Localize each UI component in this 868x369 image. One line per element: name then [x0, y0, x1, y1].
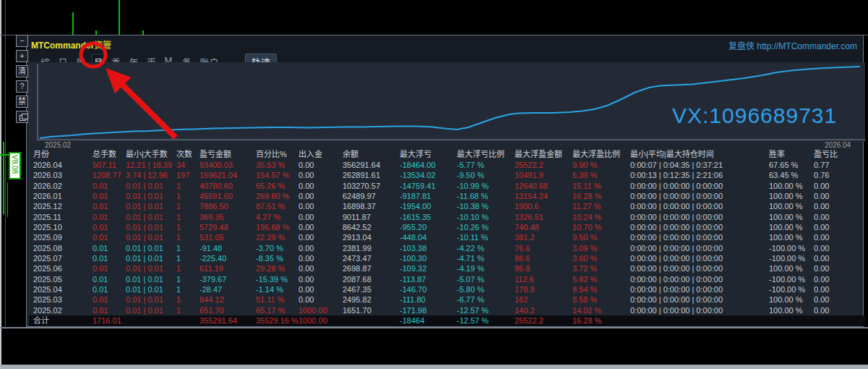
- column-header: 胜率: [765, 149, 809, 160]
- cell: 5729.48: [195, 222, 252, 232]
- forbid-icon[interactable]: 禁: [16, 96, 28, 108]
- cell: 100.00 %: [765, 201, 809, 211]
- cell: -13534.02: [395, 170, 452, 180]
- cell: -1615.35: [395, 212, 452, 222]
- table-row[interactable]: 2025.110.010.01 | 0.011369.354.27 %0.009…: [29, 212, 865, 222]
- equity-curve-chart: [29, 62, 865, 142]
- cell: 100.00 %: [765, 181, 809, 191]
- table-row[interactable]: 2025.020.010.01 | 0.011651.7065.17 %1000…: [29, 305, 865, 315]
- cell: 0.01: [88, 191, 121, 201]
- cell: 0.01: [88, 305, 121, 315]
- cell: 0.00: [809, 253, 865, 263]
- cell: 0:00:00 | 0:00:00 | 0:00:00: [626, 212, 765, 222]
- cell: 112.6: [510, 274, 568, 284]
- table-row[interactable]: 2025.090.010.01 | 0.011531.0522.29 %0.00…: [29, 232, 865, 242]
- cell: 100.00 %: [765, 191, 809, 201]
- cell: 2026.02: [29, 181, 88, 191]
- cell: 1651.70: [338, 305, 395, 315]
- cell: [338, 315, 395, 326]
- minimize-icon[interactable]: −: [16, 35, 28, 47]
- column-header: 最大浮盈金额: [510, 149, 568, 160]
- cell: 87.51 %: [252, 201, 294, 211]
- table-row[interactable]: 2026.020.010.01 | 0.01140780.6065.26 %0.…: [29, 181, 865, 191]
- cell: 0.01: [88, 274, 121, 284]
- cell: 0.01 | 0.01: [121, 232, 172, 242]
- cell: 0:00:00 | 0:00:00 | 0:00:00: [626, 232, 765, 242]
- cell: 2467.35: [338, 284, 395, 294]
- cell: 178.8: [510, 284, 568, 294]
- cell: 507.11: [88, 160, 121, 170]
- cell: 100.00 %: [765, 305, 809, 315]
- cell: -28.47: [195, 284, 252, 294]
- cell: 0.00: [294, 253, 338, 263]
- cell: 1716.01: [88, 315, 121, 326]
- cell: 1326.51: [510, 212, 568, 222]
- cell: 63.45 %: [765, 170, 809, 180]
- table-row[interactable]: 2025.060.010.01 | 0.011611.1929.28 %0.00…: [29, 263, 865, 273]
- table-row[interactable]: 2025.030.010.01 | 0.011844.1251.11 %0.00…: [29, 294, 865, 305]
- cell: 0.00: [294, 181, 338, 191]
- cell: -4.71 %: [452, 253, 510, 263]
- table-row[interactable]: 2025.050.010.01 | 0.011-379.67-15.39 %0.…: [29, 274, 865, 284]
- cell: 262891.61: [338, 170, 395, 180]
- move-icon[interactable]: +: [16, 50, 28, 62]
- restore-icon[interactable]: [16, 111, 28, 123]
- cell: 0.01: [88, 284, 121, 294]
- cell: -5.07 %: [452, 274, 510, 284]
- title-bar[interactable]: MTCommander资管 复盘侠 http://MTCommander.com: [27, 35, 863, 53]
- green-volume-bar: [119, 0, 120, 35]
- column-header: 总手数: [88, 149, 121, 160]
- screen-left-edge-inner: [5, 0, 6, 329]
- cell: 2381.99: [338, 243, 395, 253]
- table-row[interactable]: 2025.040.010.01 | 0.011-28.47-1.14 %0.00…: [29, 284, 865, 294]
- clear-icon[interactable]: 清: [16, 65, 28, 77]
- cell: 269.80 %: [252, 191, 294, 201]
- cell: -100.00 %: [765, 274, 809, 284]
- cell: 11.27 %: [568, 201, 626, 211]
- cell: 1: [172, 212, 195, 222]
- cell: 3.74 | 12.96: [121, 170, 172, 180]
- cell: 0.00: [809, 305, 865, 315]
- cell: 0.00: [294, 170, 338, 180]
- site-link[interactable]: 复盘侠 http://MTCommander.com: [729, 39, 857, 51]
- cell: -12.57 %: [452, 315, 510, 326]
- table-row[interactable]: 2025.120.010.01 | 0.0117886.5087.51 %0.0…: [29, 201, 865, 211]
- cell: 0.01 | 0.01: [121, 191, 172, 201]
- table-row[interactable]: 2026.04507.1112.21 | 18.393493400.0335.5…: [29, 160, 865, 170]
- cell: -109.32: [395, 263, 452, 273]
- help-icon[interactable]: ?: [16, 80, 28, 93]
- table-row[interactable]: 2025.080.010.01 | 0.011-91.48-3.70 %0.00…: [29, 243, 865, 253]
- cell: 1: [172, 181, 195, 191]
- cell: 1: [172, 243, 195, 253]
- cell: 93400.03: [195, 160, 252, 170]
- cell: -448.04: [395, 232, 452, 242]
- table-row[interactable]: 2026.010.010.01 | 0.01145591.60269.80 %0…: [29, 191, 865, 201]
- cell: 8.58 %: [568, 294, 626, 305]
- cell: -113.87: [395, 274, 452, 284]
- cell: -10.11 %: [452, 232, 510, 242]
- cell: 3.09 %: [568, 243, 626, 253]
- cell: 0.00: [809, 263, 865, 273]
- cell: -103.38: [395, 243, 452, 253]
- cell: [765, 315, 809, 326]
- cell: 0.00: [294, 212, 338, 222]
- monthly-stats-table: 月份总手数最小|大手数次数盈亏金额百分比%出入金余额最大浮亏最大浮亏比例最大浮盈…: [29, 149, 865, 326]
- cell: 0.00: [294, 201, 338, 211]
- cell: -4.22 %: [452, 243, 510, 253]
- cell: 196.68 %: [252, 222, 294, 232]
- table-row[interactable]: 2025.070.010.01 | 0.011-225.40-8.35 %0.0…: [29, 253, 865, 263]
- total-row[interactable]: 合计1716.01355291.6435529.16 %1000.00-1846…: [29, 315, 865, 326]
- window-title: MTCommander资管: [31, 38, 111, 51]
- cell: -12.57 %: [452, 305, 510, 315]
- cell: 2025.07: [29, 253, 88, 263]
- cell: 2026.01: [29, 191, 88, 201]
- cell: 381.2: [510, 232, 568, 242]
- cell: 100.00 %: [765, 222, 809, 232]
- cell: -955.20: [395, 222, 452, 232]
- cell: -225.40: [195, 253, 252, 263]
- cell: 0.00: [294, 294, 338, 305]
- cell: 86.6: [510, 253, 568, 263]
- table-row[interactable]: 2025.100.010.01 | 0.0115729.48196.68 %0.…: [29, 222, 865, 232]
- cell: 0.01: [88, 253, 121, 263]
- table-row[interactable]: 2026.031208.773.74 | 12.96197159621.0415…: [29, 170, 865, 180]
